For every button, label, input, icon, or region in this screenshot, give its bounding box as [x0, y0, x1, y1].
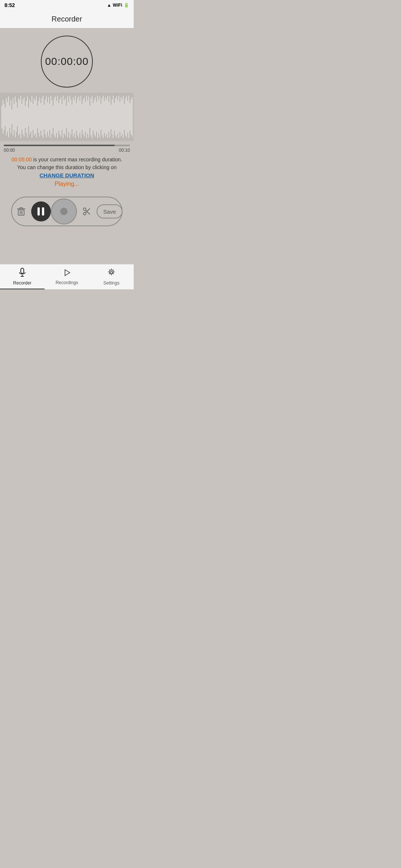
scissors-icon [82, 206, 92, 217]
progress-labels: 00:00 00:10 [4, 148, 130, 153]
save-label: Save [103, 208, 116, 215]
waveform-container [0, 93, 134, 141]
status-bar: 8:52 ▲ WiFi 🔋 [0, 0, 134, 10]
nav-item-recordings[interactable]: Recordings [45, 264, 89, 289]
mic-icon [17, 267, 27, 277]
info-text: 00:05:00 is your current max recording d… [12, 157, 122, 170]
trash-icon [16, 206, 26, 217]
info-section: 00:05:00 is your current max recording d… [7, 156, 126, 187]
progress-bar [4, 145, 130, 146]
progress-bar-fill [4, 145, 115, 146]
nav-label-recordings: Recordings [56, 280, 78, 285]
top-bar: Recorder [0, 10, 134, 28]
record-button[interactable] [51, 198, 77, 224]
svg-point-245 [83, 208, 86, 211]
controls-row: Save [4, 198, 130, 224]
delete-button[interactable] [11, 201, 31, 221]
info-text-part2: You can change this duration by clicking… [17, 164, 117, 170]
battery-icon: 🔋 [124, 3, 129, 8]
gear-icon [107, 268, 116, 277]
controls-wrapper: Save [11, 198, 123, 224]
playing-status: Playing... [7, 181, 126, 187]
recorder-icon [17, 267, 27, 279]
svg-point-246 [83, 213, 86, 215]
pause-button[interactable] [31, 201, 51, 221]
progress-start: 00:00 [4, 148, 15, 153]
pause-icon [38, 207, 44, 216]
info-text-part1: is your current max recording duration. [32, 157, 122, 162]
signal-icon: ▲ [107, 3, 111, 8]
scissors-button[interactable] [77, 201, 97, 221]
record-icon [59, 206, 69, 217]
nav-label-settings: Settings [103, 280, 119, 286]
progress-section: 00:00 00:10 [4, 145, 130, 153]
settings-icon [107, 268, 116, 279]
duration-highlight: 00:05:00 [12, 157, 32, 162]
timer-display: 00:00:00 [45, 56, 89, 68]
wifi-icon: WiFi [113, 3, 122, 8]
progress-end: 00:10 [119, 148, 130, 153]
app-title: Recorder [52, 15, 82, 23]
nav-item-recorder[interactable]: Recorder [0, 264, 45, 289]
svg-point-244 [60, 208, 68, 215]
svg-marker-252 [65, 270, 70, 276]
bottom-nav: Recorder Recordings Settings [0, 264, 134, 289]
nav-label-recorder: Recorder [13, 280, 31, 286]
play-icon [63, 269, 71, 277]
recordings-icon [63, 269, 71, 279]
save-button[interactable]: Save [97, 204, 123, 218]
main-content: 00:00:00 [0, 28, 134, 224]
waveform-svg [0, 93, 134, 141]
nav-item-settings[interactable]: Settings [89, 264, 134, 289]
svg-rect-249 [21, 268, 24, 273]
status-icons: ▲ WiFi 🔋 [107, 3, 129, 8]
status-time: 8:52 [4, 2, 15, 8]
change-duration-link[interactable]: CHANGE DURATION [7, 172, 126, 178]
timer-circle: 00:00:00 [41, 36, 93, 88]
